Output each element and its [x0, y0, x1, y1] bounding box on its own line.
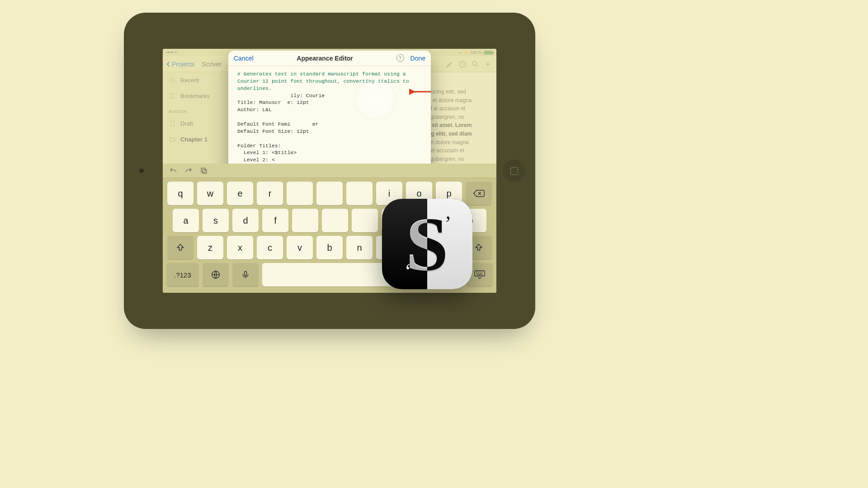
tablet-frame: ••••• ᯤ 09:41 ⫠ ⚡ 100 % Projects Scriver: [124, 13, 535, 329]
battery-text: 100 %: [470, 50, 482, 55]
sidebar-item-chapter-1[interactable]: Chapter 1: [163, 131, 230, 147]
key-dictation[interactable]: [232, 263, 259, 286]
key-e[interactable]: e: [227, 182, 253, 205]
done-button[interactable]: Done: [410, 55, 425, 62]
body-line: ore et dolore magna: [423, 96, 485, 105]
sidebar-item-bookmarks[interactable]: Bookmarks: [163, 88, 230, 104]
body-line: sd gubergren, no: [423, 155, 485, 164]
sidebar-item-recent[interactable]: Recent: [163, 72, 230, 88]
document-icon: [169, 120, 176, 127]
back-label: Projects: [172, 61, 195, 68]
app-icon-letter: S: [382, 199, 472, 289]
search-icon[interactable]: [471, 60, 479, 68]
undo-icon[interactable]: [169, 167, 177, 175]
key-hidden[interactable]: [292, 209, 318, 232]
body-line: sd gubergren, no: [423, 113, 485, 122]
scrivener-app-icon: S ’ ‘: [382, 199, 472, 289]
quote-mark-icon: ‘: [405, 259, 411, 283]
clock-icon: [169, 77, 176, 84]
sidebar-item-label: Recent: [180, 77, 199, 84]
add-icon[interactable]: [484, 60, 492, 68]
key-numbers-left[interactable]: .?123: [166, 263, 199, 286]
svg-rect-6: [201, 168, 205, 172]
key-b[interactable]: b: [316, 236, 343, 259]
key-hidden[interactable]: [287, 182, 313, 205]
body-line: lor sit amet. Lorem: [423, 121, 485, 130]
key-q[interactable]: q: [167, 182, 193, 205]
camera-dot: [139, 169, 144, 173]
folder-icon: [169, 136, 176, 143]
key-r[interactable]: r: [257, 182, 283, 205]
svg-rect-8: [245, 272, 247, 276]
key-z[interactable]: z: [197, 236, 223, 259]
key-c[interactable]: c: [257, 236, 283, 259]
svg-rect-3: [171, 121, 175, 126]
sidebar-item-label: Bookmarks: [180, 93, 210, 99]
bookmark-icon: [169, 93, 176, 99]
key-a[interactable]: a: [173, 209, 199, 232]
pencil-icon[interactable]: [446, 60, 454, 68]
key-v[interactable]: v: [287, 236, 313, 259]
key-globe[interactable]: [203, 263, 229, 286]
redo-icon[interactable]: [184, 167, 193, 175]
body-line: cing elitr, sed diam: [423, 130, 485, 138]
chevron-left-icon: [166, 61, 171, 66]
status-indicators: ⫠ ⚡: [458, 50, 469, 55]
key-w[interactable]: w: [197, 182, 223, 205]
back-button[interactable]: Projects: [167, 61, 195, 68]
svg-point-1: [472, 61, 476, 66]
signal-indicator: ••••• ᯤ: [166, 50, 179, 55]
key-x[interactable]: x: [227, 236, 253, 259]
body-line: re et dolore magna: [423, 138, 485, 147]
body-line: sed al accasun et: [423, 104, 485, 113]
cancel-button[interactable]: Cancel: [234, 55, 254, 62]
key-delete[interactable]: [466, 182, 492, 205]
project-title: Scriver: [202, 61, 222, 68]
key-hidden[interactable]: [352, 209, 378, 232]
history-icon[interactable]: [458, 60, 467, 68]
body-line: dipiscing elitr, sed: [423, 88, 485, 96]
key-s[interactable]: s: [203, 209, 229, 232]
key-hidden[interactable]: [316, 182, 343, 205]
quote-mark-icon: ’: [444, 211, 451, 235]
home-button[interactable]: [503, 160, 525, 182]
key-shift-left[interactable]: [167, 236, 193, 259]
svg-rect-5: [203, 169, 207, 174]
battery-icon: [484, 51, 493, 55]
binder-section-header: BINDER: [163, 104, 230, 116]
sidebar-item-label: Draft: [180, 120, 193, 127]
key-hidden[interactable]: [322, 209, 348, 232]
body-line: os et accusam et: [423, 146, 485, 155]
key-hidden[interactable]: [346, 182, 373, 205]
sidebar-item-draft[interactable]: Draft: [163, 116, 230, 131]
copy-icon[interactable]: [200, 167, 208, 175]
help-icon[interactable]: ?: [396, 54, 404, 62]
sidebar-item-label: Chapter 1: [180, 136, 208, 143]
modal-title: Appearance Editor: [297, 55, 353, 62]
key-d[interactable]: d: [232, 209, 259, 232]
key-n[interactable]: n: [346, 236, 373, 259]
key-f[interactable]: f: [262, 209, 288, 232]
